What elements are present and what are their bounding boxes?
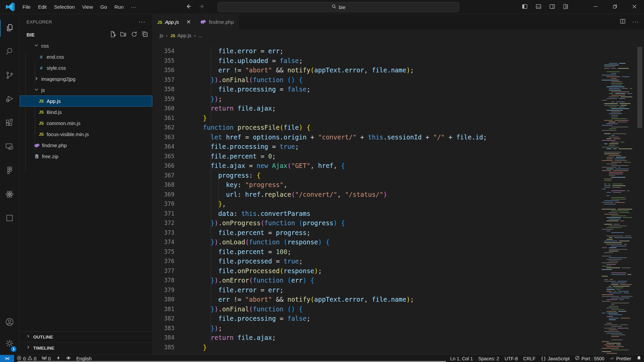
restore-icon [612, 4, 618, 10]
activitybar-item-accounts[interactable] [0, 312, 19, 333]
tab-close-icon[interactable]: ✕ [186, 19, 191, 25]
minimap-line [630, 88, 632, 89]
workspace-name: BIE [26, 32, 35, 38]
scrollbar-slider[interactable] [637, 47, 642, 128]
minimize-button[interactable] [586, 0, 605, 14]
status-cursor-position[interactable]: Ln 1, Col 1 [447, 355, 476, 362]
figma-icon [5, 166, 14, 176]
minimap-line [612, 185, 626, 186]
activitybar-item-square-tool[interactable] [0, 207, 19, 231]
status-live-server-port[interactable]: Port : 5500 [572, 355, 607, 362]
refresh-icon[interactable] [131, 31, 138, 39]
status-eol-sequence[interactable]: CRLF [521, 355, 538, 362]
tree-item-label: findme.php [42, 142, 67, 148]
code-editor[interactable]: 3543553563573583593603613623633643653663… [153, 41, 644, 355]
breadcrumb-item[interactable]: js [160, 33, 163, 38]
menu-go[interactable]: Go [97, 0, 111, 14]
sidebar-header: EXPLORER ··· [20, 14, 152, 29]
toggle-secondary-sidebar-icon[interactable] [549, 4, 555, 11]
activitybar-bottom: 1 [0, 312, 19, 355]
activitybar-item-settings[interactable]: 1 [0, 333, 19, 355]
activitybar-item-explorer[interactable] [0, 16, 19, 40]
activitybar-item-source-control[interactable] [0, 64, 19, 88]
minimap-line [604, 214, 619, 215]
collapse-all-icon[interactable] [142, 31, 148, 39]
minimap-line [609, 88, 620, 89]
vertical-scrollbar[interactable] [637, 41, 643, 355]
tree-item-focus-visible-min-js[interactable]: JSfocus-visible.min.js [20, 129, 152, 140]
tree-item-imagespng2jpg[interactable]: imagespng2jpg [20, 73, 152, 84]
restore-button[interactable] [605, 0, 625, 14]
minimap-line [621, 97, 632, 97]
minimap-line [611, 309, 625, 310]
breadcrumb-item[interactable]: JSApp.js [170, 33, 191, 38]
menu-edit[interactable]: Edit [34, 0, 50, 14]
minimap-line [604, 66, 615, 67]
line-number: 384 [153, 333, 174, 343]
toggle-primary-sidebar-icon[interactable] [522, 4, 528, 11]
tab-appjs[interactable]: JSApp.js✕ [153, 14, 196, 29]
status-encoding[interactable]: UTF-8 [502, 355, 521, 362]
new-file-icon[interactable] [109, 31, 116, 39]
menu-run[interactable]: Run [111, 0, 127, 14]
tree-item-js[interactable]: js [20, 84, 152, 96]
forward-arrow-icon[interactable] [199, 3, 205, 11]
activitybar-item-figma[interactable] [0, 159, 19, 183]
activitybar-item-remote-explorer[interactable] [0, 135, 19, 159]
timeline-section-header[interactable]: TIMELINE [20, 342, 152, 353]
code-line: file.processed = true; [203, 256, 487, 266]
menu-selection[interactable]: Selection [50, 0, 78, 14]
minimap-line [604, 179, 612, 179]
minimap-line [609, 219, 620, 220]
editor-more-actions-icon[interactable]: ··· [632, 19, 639, 25]
minimap[interactable] [600, 41, 634, 355]
split-editor-icon[interactable] [620, 18, 626, 25]
minimap-line [604, 242, 622, 243]
status-language-mode[interactable]: {}JavaScript [538, 355, 572, 362]
customize-layout-icon[interactable] [563, 4, 569, 11]
minimap-line [623, 217, 632, 218]
tree-item-end-css[interactable]: #end.css [20, 51, 152, 62]
tab-findmephp[interactable]: findme.php [196, 14, 238, 29]
tree-item-app-js[interactable]: JSApp.js [20, 96, 152, 107]
line-number: 358 [153, 84, 174, 94]
minimap-line [602, 296, 619, 297]
minimap-line [620, 103, 630, 104]
tree-item-free-zip[interactable]: free.zip [20, 151, 152, 162]
menu-view[interactable]: View [78, 0, 97, 14]
menu-more[interactable]: ··· [127, 0, 140, 14]
menu-file[interactable]: File [19, 0, 34, 14]
toggle-panel-icon[interactable] [536, 4, 541, 11]
activitybar-item-run-debug[interactable] [0, 88, 19, 112]
line-number: 369 [153, 190, 174, 199]
close-button[interactable] [625, 0, 644, 14]
outline-section-header[interactable]: OUTLINE [20, 331, 152, 342]
activitybar-item-react[interactable] [0, 183, 19, 207]
line-number: 363 [153, 132, 174, 142]
tree-item-css[interactable]: css [20, 40, 152, 51]
source-control-icon [5, 71, 14, 81]
minimap-line [606, 333, 623, 334]
minimap-line [613, 170, 629, 171]
minimap-line [609, 251, 619, 251]
tree-item-common-min-js[interactable]: JScommon.min.js [20, 118, 152, 129]
command-center-search[interactable]: bie [218, 2, 459, 12]
breadcrumb-item[interactable]: ... [198, 33, 203, 38]
workspace-section-header[interactable]: BIE [20, 29, 152, 40]
activitybar-item-search[interactable] [0, 40, 19, 64]
minimap-line [615, 202, 625, 203]
minimap-line [604, 279, 608, 280]
tree-item-findme-php[interactable]: findme.php [20, 140, 152, 151]
minimap-line [602, 276, 608, 277]
back-arrow-icon[interactable] [185, 3, 192, 11]
new-folder-icon[interactable] [120, 31, 127, 39]
status-notifications[interactable] [634, 355, 644, 362]
explorer-more-actions-icon[interactable]: ··· [139, 18, 146, 25]
activitybar-item-extensions[interactable] [0, 112, 19, 135]
status-remote-indicator[interactable]: >< [0, 355, 14, 362]
minimap-line [609, 257, 627, 258]
tree-item-style-css[interactable]: #style.css [20, 62, 152, 73]
status-prettier[interactable]: Prettier [607, 355, 634, 362]
status-indentation[interactable]: Spaces: 2 [476, 355, 502, 362]
tree-item-bind-js[interactable]: JSBind.js [20, 107, 152, 118]
